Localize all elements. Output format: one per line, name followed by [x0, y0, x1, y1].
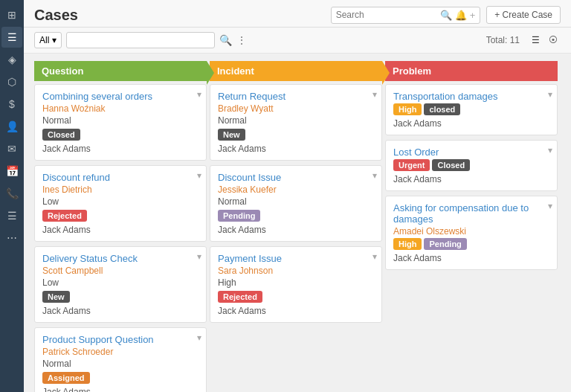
table-row[interactable]: ▾Combining several ordersHanna WoźniakNo… — [34, 84, 207, 161]
col-header-incident: Incident — [210, 61, 382, 81]
card-agent: Jack Adams — [218, 225, 374, 235]
sidebar-icon-hex[interactable]: ⬡ — [1, 71, 22, 92]
notification-icon[interactable]: 🔔 — [455, 10, 467, 21]
create-case-button[interactable]: + Create Case — [486, 6, 561, 24]
badge-row: Highclosed — [393, 103, 549, 118]
card-menu-icon[interactable]: ▾ — [197, 251, 201, 262]
status-badge: Rejected — [42, 210, 87, 222]
sidebar-icon-calendar[interactable]: 📅 — [1, 161, 22, 181]
status-badge: High — [393, 103, 422, 115]
table-row[interactable]: ▾Lost OrderUrgentClosedJack Adams — [385, 140, 558, 191]
badge-row: UrgentClosed — [393, 159, 549, 174]
table-row[interactable]: ▾Payment IssueSara JohnsonHighRejectedJa… — [210, 246, 382, 323]
status-badge: Rejected — [218, 291, 262, 303]
table-row[interactable]: ▾Asking for compensation due to damagesA… — [385, 196, 558, 270]
table-row[interactable]: ▾Delivery Status CheckScott CampbellLowN… — [34, 246, 207, 323]
badge-row: Rejected — [42, 210, 199, 225]
total-count: Total: 11 — [486, 35, 520, 45]
status-badge: Closed — [432, 159, 470, 171]
toolbar-options-icon[interactable]: ⋮ — [236, 34, 247, 46]
status-badge: Pending — [424, 238, 466, 250]
status-badge: Closed — [42, 129, 80, 141]
card-menu-icon[interactable]: ▾ — [372, 89, 377, 100]
toolbar: All ▾ 🔍 ⋮ Total: 11 ☰ ⦿ — [24, 28, 571, 54]
sidebar-icon-mail[interactable]: ✉ — [1, 138, 22, 159]
card-title: Product Support Question — [42, 334, 199, 345]
card-agent: Jack Adams — [42, 144, 199, 154]
card-person: Hanna Woźniak — [42, 103, 199, 114]
toolbar-right: Total: 11 ☰ ⦿ — [486, 33, 561, 47]
card-priority: High — [218, 277, 374, 288]
badge-row: Assigned — [42, 372, 199, 387]
card-menu-icon[interactable]: ▾ — [548, 145, 552, 155]
kanban-col-question: Question▾Combining several ordersHanna W… — [34, 61, 210, 392]
card-person: Jessika Kuefer — [218, 184, 374, 195]
filter-input[interactable] — [66, 32, 215, 48]
sidebar-icon-menu[interactable]: ☰ — [1, 205, 22, 226]
cards-container-incident: ▾Return RequestBradley WyattNormalNewJac… — [210, 81, 382, 392]
kanban-view-icon[interactable]: ⦿ — [546, 33, 561, 47]
col-header-arrow-question — [207, 61, 214, 85]
card-agent: Jack Adams — [393, 174, 549, 184]
card-menu-icon[interactable]: ▾ — [372, 170, 377, 181]
card-menu-icon[interactable]: ▾ — [372, 251, 377, 262]
status-badge: Assigned — [42, 372, 90, 384]
card-title: Delivery Status Check — [42, 253, 199, 264]
table-row[interactable]: ▾Transportation damagesHighclosedJack Ad… — [385, 84, 558, 135]
table-row[interactable]: ▾Product Support QuestionPatrick Schroed… — [34, 327, 207, 392]
badge-row: HighPending — [393, 238, 549, 253]
card-person: Scott Campbell — [42, 266, 199, 276]
card-priority: Normal — [218, 196, 374, 207]
card-title: Discount refund — [42, 172, 199, 183]
status-badge: Pending — [218, 210, 260, 222]
sidebar-icon-dollar[interactable]: $ — [1, 94, 22, 115]
search-icon[interactable]: 🔍 — [440, 10, 452, 21]
sidebar-icon-user[interactable]: 👤 — [1, 116, 22, 137]
kanban-col-incident: Incident▾Return RequestBradley WyattNorm… — [210, 61, 385, 392]
card-priority: Normal — [42, 115, 199, 126]
list-view-icon[interactable]: ☰ — [529, 33, 543, 47]
status-badge: Urgent — [393, 159, 430, 171]
status-badge: High — [393, 238, 422, 250]
card-menu-icon[interactable]: ▾ — [548, 201, 552, 211]
card-title: Payment Issue — [218, 253, 374, 264]
table-row[interactable]: ▾Return RequestBradley WyattNormalNewJac… — [210, 84, 382, 161]
card-menu-icon[interactable]: ▾ — [548, 89, 552, 100]
card-title: Combining several orders — [42, 91, 199, 102]
col-header-problem: Problem — [385, 61, 558, 81]
card-menu-icon[interactable]: ▾ — [197, 170, 201, 181]
page-header: Cases 🔍 🔔 + + Create Case — [24, 0, 571, 28]
filter-dropdown-arrow: ▾ — [52, 35, 57, 45]
card-person: Ines Dietrich — [42, 184, 199, 195]
col-header-arrow-incident — [382, 61, 390, 85]
status-badge: closed — [424, 103, 460, 115]
filter-all-dropdown[interactable]: All ▾ — [34, 32, 62, 48]
card-menu-icon[interactable]: ▾ — [197, 332, 201, 343]
card-title: Discount Issue — [218, 172, 374, 183]
card-menu-icon[interactable]: ▾ — [197, 89, 201, 100]
card-person: Sara Johnson — [218, 266, 374, 276]
sidebar-icon-grid[interactable]: ⊞ — [1, 4, 22, 25]
card-priority: Normal — [42, 359, 199, 369]
cards-container-question: ▾Combining several ordersHanna WoźniakNo… — [34, 81, 207, 392]
table-row[interactable]: ▾Discount refundInes DietrichLowRejected… — [34, 165, 207, 242]
card-agent: Jack Adams — [42, 387, 199, 392]
sidebar-icon-more[interactable]: ⋯ — [1, 228, 22, 248]
card-priority: Low — [42, 196, 199, 207]
card-agent: Jack Adams — [218, 306, 374, 316]
sidebar-icon-list[interactable]: ☰ — [1, 27, 22, 48]
toolbar-search-icon[interactable]: 🔍 — [219, 34, 232, 46]
badge-row: New — [218, 129, 374, 144]
sidebar-icon-phone[interactable]: 📞 — [1, 183, 22, 204]
cards-container-problem: ▾Transportation damagesHighclosedJack Ad… — [385, 81, 558, 392]
card-person: Patrick Schroeder — [42, 347, 199, 357]
card-person: Amadei Olszewski — [393, 226, 549, 237]
table-row[interactable]: ▾Discount IssueJessika KueferNormalPendi… — [210, 165, 382, 242]
badge-row: Rejected — [218, 291, 374, 306]
search-input[interactable] — [336, 10, 440, 20]
card-agent: Jack Adams — [42, 225, 199, 235]
search-bar: 🔍 🔔 + — [331, 7, 481, 24]
page-title: Cases — [34, 7, 78, 24]
sidebar-icon-shape[interactable]: ◈ — [1, 49, 22, 70]
add-icon[interactable]: + — [470, 10, 476, 21]
